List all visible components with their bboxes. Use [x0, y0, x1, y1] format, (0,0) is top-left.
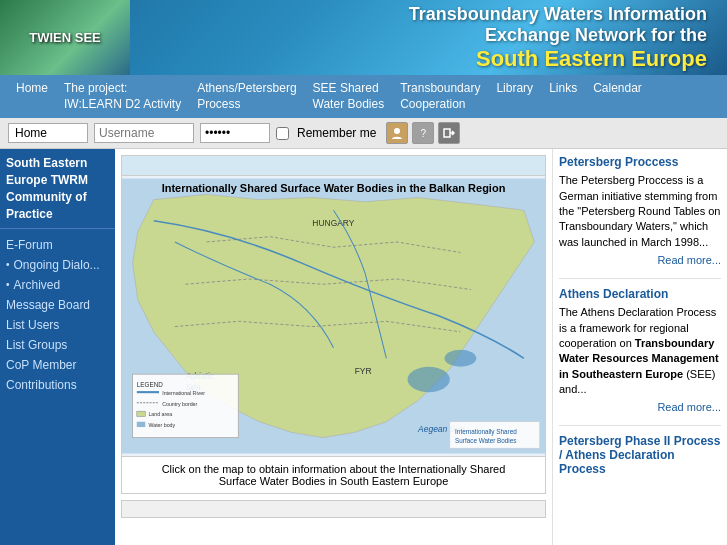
nav-links[interactable]: Links [541, 79, 585, 97]
header-title: Transboundary Waters Information Exchang… [130, 4, 727, 72]
site-logo: TWIEN SEE [0, 0, 130, 75]
sidebar-item-list-users[interactable]: List Users [0, 315, 115, 335]
map-header-bar [122, 156, 545, 176]
page-header: TWIEN SEE Transboundary Waters Informati… [0, 0, 727, 75]
news-petersberg2-title[interactable]: Petersberg Phase II Process / Athens Dec… [559, 434, 721, 476]
bullet-icon: • [6, 279, 10, 290]
svg-rect-1 [444, 129, 450, 137]
news-petersberg: Petersberg Proccess The Petersberg Procc… [559, 155, 721, 266]
sidebar-item-cop-member[interactable]: CoP Member [0, 355, 115, 375]
logo-text: TWIEN SEE [29, 30, 101, 45]
nav-library[interactable]: Library [488, 79, 541, 97]
nav-transboundary[interactable]: Transboundary Cooperation [392, 79, 488, 114]
sidebar-item-contributions[interactable]: Contributions [0, 375, 115, 395]
svg-text:Land area: Land area [148, 412, 172, 418]
map-container: Internationally Shared Surface Water Bod… [121, 155, 546, 494]
news-petersberg-title[interactable]: Petersberg Proccess [559, 155, 721, 169]
sidebar-header: South Eastern Europe TWRM Community of P… [0, 149, 115, 229]
news-petersberg-readmore[interactable]: Read more... [559, 254, 721, 266]
svg-point-6 [445, 350, 477, 367]
title-line3: South Eastern Europe [130, 46, 707, 72]
news-divider-1 [559, 278, 721, 279]
svg-text:International River: International River [162, 391, 205, 397]
sidebar-item-ongoing[interactable]: • Ongoing Dialo... [0, 255, 115, 275]
nav-home[interactable]: Home [8, 79, 56, 97]
title-line1: Transboundary Waters Information [130, 4, 707, 25]
content-bottom-bar [121, 500, 546, 518]
news-petersberg-text: The Petersberg Proccess is a German init… [559, 173, 721, 250]
logout-icon-btn[interactable] [438, 122, 460, 144]
svg-text:FYR: FYR [355, 366, 372, 376]
sidebar-item-archived[interactable]: • Archived [0, 275, 115, 295]
user-icons-group: ? [386, 122, 460, 144]
nav-calendar[interactable]: Calendar [585, 79, 650, 97]
svg-point-5 [408, 367, 450, 392]
user-icon-btn[interactable] [386, 122, 408, 144]
svg-text:Internationally Shared: Internationally Shared [455, 429, 517, 437]
main-navbar: Home The project: IW:LEARN D2 Activity A… [0, 75, 727, 118]
svg-rect-17 [137, 411, 145, 416]
svg-rect-19 [137, 422, 145, 427]
main-layout: South Eastern Europe TWRM Community of P… [0, 149, 727, 545]
svg-text:Surface Water Bodies: Surface Water Bodies [455, 437, 516, 444]
nav-athens[interactable]: Athens/Petersberg Process [189, 79, 304, 114]
svg-text:Country border: Country border [162, 401, 197, 407]
remember-me-checkbox[interactable] [276, 127, 289, 140]
map-title: Internationally Shared Surface Water Bod… [162, 182, 506, 194]
map-caption: Click on the map to obtain information a… [122, 456, 545, 493]
map-caption-line2: Surface Water Bodies in South Eastern Eu… [219, 475, 449, 487]
news-athens-title[interactable]: Athens Declaration [559, 287, 721, 301]
nav-project[interactable]: The project: IW:LEARN D2 Activity [56, 79, 189, 114]
password-input[interactable] [200, 123, 270, 143]
title-line2: Exchange Network for the [130, 25, 707, 46]
news-divider-2 [559, 425, 721, 426]
remember-me-label: Remember me [297, 126, 376, 140]
home-breadcrumb: Home [8, 123, 88, 143]
news-athens: Athens Declaration The Athens Declaratio… [559, 287, 721, 413]
svg-text:HUNGARY: HUNGARY [312, 218, 354, 228]
sidebar-item-list-groups[interactable]: List Groups [0, 335, 115, 355]
news-athens-readmore[interactable]: Read more... [559, 401, 721, 413]
login-bar: Home Remember me ? [0, 118, 727, 149]
svg-point-0 [394, 128, 400, 134]
news-petersberg2: Petersberg Phase II Process / Athens Dec… [559, 434, 721, 476]
map-image[interactable]: HUNGARY Adriatic Sea Aegean [122, 176, 545, 456]
news-athens-text: The Athens Declaration Process is a fram… [559, 305, 721, 397]
sidebar-item-e-forum[interactable]: E-Forum [0, 235, 115, 255]
svg-text:LEGEND: LEGEND [137, 381, 163, 388]
left-sidebar: South Eastern Europe TWRM Community of P… [0, 149, 115, 545]
right-sidebar: Petersberg Proccess The Petersberg Procc… [552, 149, 727, 545]
svg-text:Water body: Water body [148, 422, 175, 428]
main-content: Internationally Shared Surface Water Bod… [115, 149, 552, 545]
bullet-icon: • [6, 259, 10, 270]
map-body[interactable]: Internationally Shared Surface Water Bod… [122, 176, 545, 456]
sidebar-item-message-board[interactable]: Message Board [0, 295, 115, 315]
nav-see-shared[interactable]: SEE Shared Water Bodies [305, 79, 393, 114]
username-input[interactable] [94, 123, 194, 143]
map-caption-line1: Click on the map to obtain information a… [162, 463, 506, 475]
help-icon-btn[interactable]: ? [412, 122, 434, 144]
